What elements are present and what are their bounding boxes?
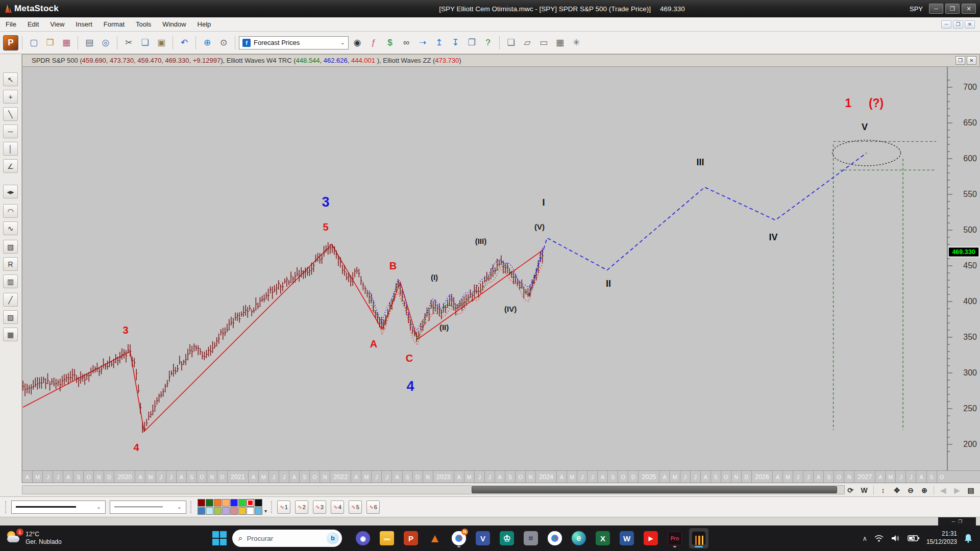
template-button-6[interactable]: ∿6 [366,500,380,514]
color-swatch[interactable] [198,507,205,515]
stub-control[interactable]: ❐ [958,519,962,524]
refresh-button[interactable]: ⟳ [844,485,856,496]
search-box[interactable]: ⌕ Procurar b [232,530,342,547]
color-swatch[interactable] [238,499,246,507]
cascade-windows-button[interactable]: ❏ [503,35,519,51]
indicator-combo[interactable]: fForecast Prices⌄ [239,36,349,49]
taskbar-app-metastock[interactable] [689,528,708,548]
color-swatch[interactable] [214,507,222,515]
chart-close-button[interactable]: ✕ [967,56,976,65]
menu-window[interactable]: Window [157,18,191,30]
dollar-button[interactable]: $ [382,35,398,51]
weekly-periodicity-button[interactable]: W [858,485,870,496]
color-swatch[interactable] [214,499,222,507]
grid-tool[interactable]: ▦ [3,328,18,341]
template-button-3[interactable]: ∿3 [313,500,326,514]
mdi-minimize-button[interactable]: ─ [941,20,951,29]
vertical-line-tool[interactable]: │ [3,142,18,156]
upload-button[interactable]: ↥ [431,35,447,51]
taskbar-app-chess-app[interactable]: ♔ [497,528,517,548]
menu-file[interactable]: File [0,18,22,30]
chart-window-button[interactable]: ▱ [520,35,535,51]
color-swatch[interactable] [222,499,230,507]
mdi-restore-button[interactable]: ❐ [953,20,963,29]
taskbar-app-vlc-player[interactable]: ▲ [425,528,445,548]
mdi-close-button[interactable]: ✕ [965,20,975,29]
template-button-5[interactable]: ∿5 [349,500,362,514]
chart-restore-button[interactable]: ❐ [955,56,965,65]
color-swatch[interactable] [247,507,254,515]
scroll-left-right-tool[interactable]: ◂▸ [3,185,18,198]
pointer-tool[interactable]: ↖ [3,72,18,86]
color-swatch[interactable] [230,507,238,515]
taskbar-app-excel[interactable]: X [593,528,612,548]
list-menu-button[interactable]: ▤ [965,485,977,496]
minimize-button[interactable]: ─ [929,4,943,14]
curve-tool[interactable]: ∿ [3,221,18,235]
start-button[interactable] [212,531,227,546]
close-button[interactable]: ✕ [962,4,976,14]
wifi-icon[interactable] [874,534,884,542]
weather-widget[interactable]: 1 12°C Ger. Nublado [0,531,112,546]
menu-view[interactable]: View [44,18,70,30]
menu-format[interactable]: Format [98,18,130,30]
color-swatch[interactable] [222,507,230,515]
clock[interactable]: 21:31 15/12/2023 [926,530,957,546]
template-button-1[interactable]: ∿1 [277,500,290,514]
color-swatch[interactable] [206,499,213,507]
zoom-out-button[interactable]: ⊖ [904,485,917,496]
undo-button[interactable]: ↶ [177,35,192,51]
taskbar-app-metastock-pro[interactable]: Pro [665,528,684,548]
trendline-tool[interactable]: ╲ [3,107,18,121]
zoom-tool-button[interactable]: ⊙ [216,35,231,51]
crosshair-tool[interactable]: + [3,90,18,104]
color-swatch[interactable] [255,499,262,507]
chart-layout-button[interactable]: ▭ [536,35,551,51]
pan-button[interactable]: ✥ [891,485,903,496]
bars-tool[interactable]: ▥ [3,274,18,288]
volume-icon[interactable] [891,534,901,542]
notification-bell-icon[interactable] [964,533,973,543]
vertical-scale-button[interactable]: ↕ [877,485,889,496]
taskbar-app-youtube[interactable]: ▶ [641,528,660,548]
price-chart[interactable]: 3453ABC4(I)(II)(III)(IV)(V)IIIIIIIVV1(?)… [22,67,980,470]
doc-search-button[interactable]: ❐ [464,35,479,51]
menu-edit[interactable]: Edit [22,18,44,30]
crosshair-button[interactable]: ⊕ [200,35,215,51]
scrollbar-thumb[interactable] [472,486,837,493]
menu-tools[interactable]: Tools [130,18,157,30]
line-weight-combo[interactable]: ⌄ [11,500,106,514]
pattern-p-tool[interactable]: ▧ [3,240,18,254]
color-swatch[interactable] [238,507,246,515]
tile-windows-button[interactable]: ▦ [552,35,568,51]
copy-button[interactable]: ❏ [137,35,153,51]
taskbar-app-chrome-with-notification[interactable]: N [449,528,469,548]
color-swatch[interactable] [230,499,238,507]
template-button-2[interactable]: ∿2 [295,500,308,514]
taskbar-app-edge[interactable]: e [569,528,589,548]
taskbar-app-calculator[interactable]: ⌗ [521,528,541,548]
help-pointer-button[interactable]: ? [480,35,496,51]
open-chart-button[interactable]: ❒ [42,35,58,51]
tray-overflow-chevron-icon[interactable]: ∧ [862,535,867,542]
diagonal-tool[interactable]: ╱ [3,293,18,307]
color-swatch[interactable] [206,507,213,515]
globe-button[interactable]: ◉ [350,35,365,51]
app-button[interactable]: P [3,35,18,51]
taskbar-app-chrome[interactable] [545,528,565,548]
taskbar-app-file-explorer[interactable]: ▬ [377,528,397,548]
color-swatch[interactable] [255,507,262,515]
function-fx-button[interactable]: ƒ [366,35,381,51]
new-chart-button[interactable]: ▢ [26,35,41,51]
stub-control[interactable]: ─ [952,519,955,524]
forward-arrow-button[interactable]: ➝ [415,35,430,51]
print-button[interactable]: ▤ [82,35,97,51]
battery-icon[interactable] [908,534,920,542]
color-swatch[interactable] [198,499,205,507]
print-preview-button[interactable]: ◎ [98,35,113,51]
taskbar-app-word[interactable]: W [617,528,636,548]
zoom-in-button[interactable]: ⊕ [918,485,930,496]
r-indicator-tool[interactable]: R [3,257,18,271]
menu-help[interactable]: Help [192,18,217,30]
save-chart-button[interactable]: ▦ [59,35,74,51]
